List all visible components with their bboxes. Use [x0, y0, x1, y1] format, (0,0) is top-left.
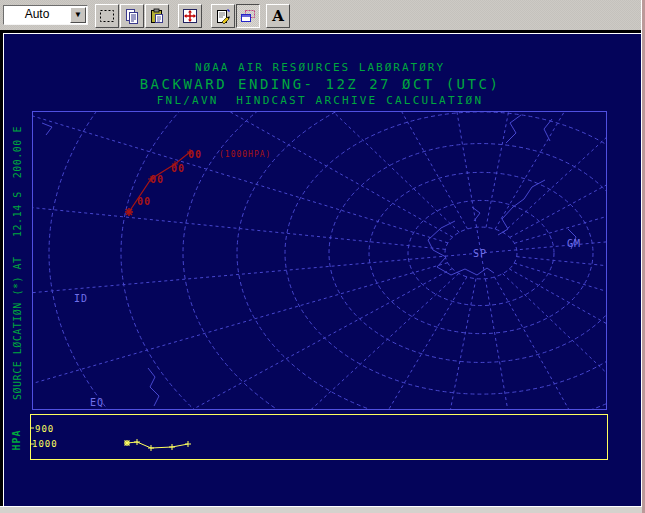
svg-text:(1000HPA): (1000HPA)	[219, 150, 271, 159]
svg-text:GM: GM	[567, 238, 581, 249]
fit-arrows-icon	[182, 8, 198, 24]
svg-text:00: 00	[188, 149, 202, 160]
svg-text:00: 00	[137, 196, 151, 207]
properties-icon	[215, 8, 231, 24]
pressure-profile-panel: 9001000	[30, 414, 608, 460]
select-region-button[interactable]	[95, 4, 119, 28]
properties-button[interactable]	[211, 4, 235, 28]
svg-text:900: 900	[35, 424, 54, 434]
copy-button[interactable]	[120, 4, 144, 28]
fit-view-button[interactable]	[178, 4, 202, 28]
source-location-label: SØURCE LØCATIØN (*) AT 12.14 S 200.00 E	[12, 126, 23, 400]
bottom-gray-strip	[0, 507, 642, 513]
svg-text:SP: SP	[473, 248, 487, 259]
pressure-axis-label: HPA	[11, 429, 22, 450]
svg-text:1000: 1000	[32, 439, 58, 449]
toolbar: Auto ▼	[0, 0, 642, 30]
plot-title-line3: FNL/AVN HINDCAST ARCHIVE CALCULATIØN	[0, 94, 640, 107]
plot-title-line1: NØAA AIR RESØURCES LABØRATØRY	[0, 61, 640, 74]
plot-title-line2: BACKWARD ENDING- 12Z 27 ØCT (UTC)	[0, 76, 640, 92]
paste-button[interactable]	[145, 4, 169, 28]
selection-rect-icon	[99, 8, 115, 24]
zoom-level-dropdown[interactable]: Auto ▼	[3, 5, 88, 25]
overlay-windows-button[interactable]	[236, 4, 260, 28]
svg-text:00: 00	[150, 174, 164, 185]
chevron-down-icon[interactable]: ▼	[70, 7, 86, 23]
hysplit-viewer-window: Auto ▼	[0, 0, 645, 513]
trajectory-map[interactable]: SPGMIDEQ00000000(1000HPA)	[32, 111, 607, 410]
font-icon: A	[272, 9, 284, 24]
copy-icon	[124, 8, 140, 24]
svg-text:EQ: EQ	[90, 397, 104, 408]
font-button[interactable]: A	[266, 4, 290, 28]
svg-text:00: 00	[171, 163, 185, 174]
paste-icon	[149, 8, 165, 24]
svg-text:ID: ID	[74, 293, 88, 304]
zoom-level-value: Auto	[4, 7, 70, 21]
frame-top-highlight	[3, 33, 641, 34]
overlay-windows-icon	[240, 8, 256, 24]
